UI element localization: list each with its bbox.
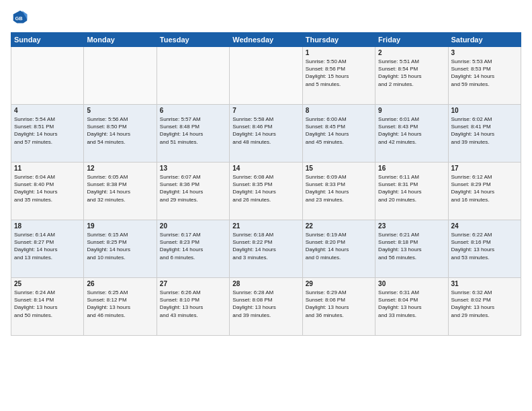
day-number: 16 bbox=[378, 165, 445, 172]
day-info: Sunrise: 6:32 AM Sunset: 8:02 PM Dayligh… bbox=[451, 289, 518, 319]
day-info: Sunrise: 6:17 AM Sunset: 8:23 PM Dayligh… bbox=[160, 231, 226, 261]
day-info: Sunrise: 6:31 AM Sunset: 8:04 PM Dayligh… bbox=[378, 289, 445, 319]
day-number: 30 bbox=[378, 280, 445, 287]
calendar-cell: 6Sunrise: 5:57 AM Sunset: 8:48 PM Daylig… bbox=[157, 105, 229, 163]
day-number: 4 bbox=[14, 107, 81, 114]
day-number: 17 bbox=[451, 165, 518, 172]
day-info: Sunrise: 6:12 AM Sunset: 8:29 PM Dayligh… bbox=[451, 173, 518, 203]
day-info: Sunrise: 6:14 AM Sunset: 8:27 PM Dayligh… bbox=[14, 231, 81, 261]
day-number: 22 bbox=[306, 222, 372, 230]
day-number: 7 bbox=[232, 107, 299, 114]
day-info: Sunrise: 6:08 AM Sunset: 8:35 PM Dayligh… bbox=[232, 173, 299, 203]
day-number: 18 bbox=[14, 222, 81, 230]
day-number: 21 bbox=[232, 222, 299, 230]
day-info: Sunrise: 6:21 AM Sunset: 8:18 PM Dayligh… bbox=[378, 231, 445, 261]
calendar-cell: 10Sunrise: 6:02 AM Sunset: 8:41 PM Dayli… bbox=[448, 105, 521, 163]
day-info: Sunrise: 6:26 AM Sunset: 8:10 PM Dayligh… bbox=[160, 289, 226, 319]
day-number: 31 bbox=[451, 280, 518, 287]
calendar-cell bbox=[11, 47, 84, 105]
weekday-tuesday: Tuesday bbox=[157, 33, 229, 47]
calendar-cell: 8Sunrise: 6:00 AM Sunset: 8:45 PM Daylig… bbox=[302, 105, 375, 163]
day-info: Sunrise: 6:01 AM Sunset: 8:43 PM Dayligh… bbox=[378, 116, 445, 146]
calendar-cell: 21Sunrise: 6:18 AM Sunset: 8:22 PM Dayli… bbox=[230, 220, 302, 278]
weekday-monday: Monday bbox=[84, 33, 157, 47]
day-number: 12 bbox=[87, 165, 153, 172]
day-info: Sunrise: 6:05 AM Sunset: 8:38 PM Dayligh… bbox=[87, 173, 153, 203]
calendar-week-1: 1Sunrise: 5:50 AM Sunset: 8:56 PM Daylig… bbox=[11, 47, 521, 105]
day-info: Sunrise: 6:09 AM Sunset: 8:33 PM Dayligh… bbox=[306, 173, 372, 203]
day-info: Sunrise: 5:58 AM Sunset: 8:46 PM Dayligh… bbox=[232, 116, 299, 146]
day-number: 15 bbox=[306, 165, 372, 172]
day-number: 5 bbox=[87, 107, 153, 114]
day-number: 29 bbox=[306, 280, 372, 287]
day-info: Sunrise: 6:29 AM Sunset: 8:06 PM Dayligh… bbox=[306, 289, 372, 319]
weekday-sunday: Sunday bbox=[11, 33, 84, 47]
calendar-week-2: 4Sunrise: 5:54 AM Sunset: 8:51 PM Daylig… bbox=[11, 105, 521, 163]
weekday-saturday: Saturday bbox=[448, 33, 521, 47]
calendar-cell: 12Sunrise: 6:05 AM Sunset: 8:38 PM Dayli… bbox=[84, 163, 157, 220]
day-number: 28 bbox=[232, 280, 299, 287]
day-info: Sunrise: 6:24 AM Sunset: 8:14 PM Dayligh… bbox=[14, 289, 81, 319]
weekday-thursday: Thursday bbox=[302, 33, 375, 47]
calendar-week-4: 18Sunrise: 6:14 AM Sunset: 8:27 PM Dayli… bbox=[11, 220, 521, 278]
calendar-cell: 23Sunrise: 6:21 AM Sunset: 8:18 PM Dayli… bbox=[375, 220, 448, 278]
calendar-cell: 13Sunrise: 6:07 AM Sunset: 8:36 PM Dayli… bbox=[157, 163, 229, 220]
day-number: 27 bbox=[160, 280, 226, 287]
day-number: 9 bbox=[378, 107, 445, 114]
calendar-cell: 3Sunrise: 5:53 AM Sunset: 8:53 PM Daylig… bbox=[448, 47, 521, 105]
day-number: 6 bbox=[160, 107, 226, 114]
day-number: 8 bbox=[306, 107, 372, 114]
calendar-cell: 29Sunrise: 6:29 AM Sunset: 8:06 PM Dayli… bbox=[302, 278, 375, 336]
day-info: Sunrise: 6:07 AM Sunset: 8:36 PM Dayligh… bbox=[160, 173, 226, 203]
calendar-cell: 18Sunrise: 6:14 AM Sunset: 8:27 PM Dayli… bbox=[11, 220, 84, 278]
day-info: Sunrise: 6:15 AM Sunset: 8:25 PM Dayligh… bbox=[87, 231, 153, 261]
svg-text:GB: GB bbox=[15, 15, 24, 21]
day-number: 20 bbox=[160, 222, 226, 230]
day-info: Sunrise: 5:53 AM Sunset: 8:53 PM Dayligh… bbox=[451, 58, 518, 88]
day-number: 11 bbox=[14, 165, 81, 172]
calendar-cell: 1Sunrise: 5:50 AM Sunset: 8:56 PM Daylig… bbox=[302, 47, 375, 105]
day-info: Sunrise: 5:51 AM Sunset: 8:54 PM Dayligh… bbox=[378, 58, 445, 88]
calendar-table: SundayMondayTuesdayWednesdayThursdayFrid… bbox=[11, 32, 521, 336]
day-info: Sunrise: 6:18 AM Sunset: 8:22 PM Dayligh… bbox=[232, 231, 299, 261]
weekday-friday: Friday bbox=[375, 33, 448, 47]
day-number: 14 bbox=[232, 165, 299, 172]
day-info: Sunrise: 6:28 AM Sunset: 8:08 PM Dayligh… bbox=[232, 289, 299, 319]
calendar-cell bbox=[157, 47, 229, 105]
weekday-wednesday: Wednesday bbox=[230, 33, 302, 47]
day-number: 3 bbox=[451, 49, 518, 56]
logo-icon: GB bbox=[11, 8, 30, 27]
calendar-cell: 2Sunrise: 5:51 AM Sunset: 8:54 PM Daylig… bbox=[375, 47, 448, 105]
calendar-cell bbox=[84, 47, 157, 105]
day-info: Sunrise: 6:25 AM Sunset: 8:12 PM Dayligh… bbox=[87, 289, 153, 319]
day-info: Sunrise: 5:56 AM Sunset: 8:50 PM Dayligh… bbox=[87, 116, 153, 146]
weekday-header-row: SundayMondayTuesdayWednesdayThursdayFrid… bbox=[11, 33, 521, 47]
calendar-cell: 30Sunrise: 6:31 AM Sunset: 8:04 PM Dayli… bbox=[375, 278, 448, 336]
day-number: 19 bbox=[87, 222, 153, 230]
day-number: 10 bbox=[451, 107, 518, 114]
calendar-cell: 17Sunrise: 6:12 AM Sunset: 8:29 PM Dayli… bbox=[448, 163, 521, 220]
calendar-cell: 9Sunrise: 6:01 AM Sunset: 8:43 PM Daylig… bbox=[375, 105, 448, 163]
day-info: Sunrise: 6:04 AM Sunset: 8:40 PM Dayligh… bbox=[14, 173, 81, 203]
day-info: Sunrise: 5:54 AM Sunset: 8:51 PM Dayligh… bbox=[14, 116, 81, 146]
calendar-cell: 22Sunrise: 6:19 AM Sunset: 8:20 PM Dayli… bbox=[302, 220, 375, 278]
day-info: Sunrise: 6:02 AM Sunset: 8:41 PM Dayligh… bbox=[451, 116, 518, 146]
calendar-cell: 20Sunrise: 6:17 AM Sunset: 8:23 PM Dayli… bbox=[157, 220, 229, 278]
calendar-cell: 7Sunrise: 5:58 AM Sunset: 8:46 PM Daylig… bbox=[230, 105, 302, 163]
calendar-week-5: 25Sunrise: 6:24 AM Sunset: 8:14 PM Dayli… bbox=[11, 278, 521, 336]
day-info: Sunrise: 6:19 AM Sunset: 8:20 PM Dayligh… bbox=[306, 231, 372, 261]
header: GB bbox=[11, 8, 521, 27]
calendar-cell: 19Sunrise: 6:15 AM Sunset: 8:25 PM Dayli… bbox=[84, 220, 157, 278]
calendar-cell: 11Sunrise: 6:04 AM Sunset: 8:40 PM Dayli… bbox=[11, 163, 84, 220]
calendar-cell: 27Sunrise: 6:26 AM Sunset: 8:10 PM Dayli… bbox=[157, 278, 229, 336]
calendar-cell: 24Sunrise: 6:22 AM Sunset: 8:16 PM Dayli… bbox=[448, 220, 521, 278]
calendar-cell: 5Sunrise: 5:56 AM Sunset: 8:50 PM Daylig… bbox=[84, 105, 157, 163]
day-info: Sunrise: 6:22 AM Sunset: 8:16 PM Dayligh… bbox=[451, 231, 518, 261]
calendar-cell bbox=[230, 47, 302, 105]
logo: GB bbox=[11, 8, 32, 27]
calendar-cell: 28Sunrise: 6:28 AM Sunset: 8:08 PM Dayli… bbox=[230, 278, 302, 336]
calendar-week-3: 11Sunrise: 6:04 AM Sunset: 8:40 PM Dayli… bbox=[11, 163, 521, 220]
day-number: 25 bbox=[14, 280, 81, 287]
calendar-cell: 16Sunrise: 6:11 AM Sunset: 8:31 PM Dayli… bbox=[375, 163, 448, 220]
calendar-cell: 4Sunrise: 5:54 AM Sunset: 8:51 PM Daylig… bbox=[11, 105, 84, 163]
